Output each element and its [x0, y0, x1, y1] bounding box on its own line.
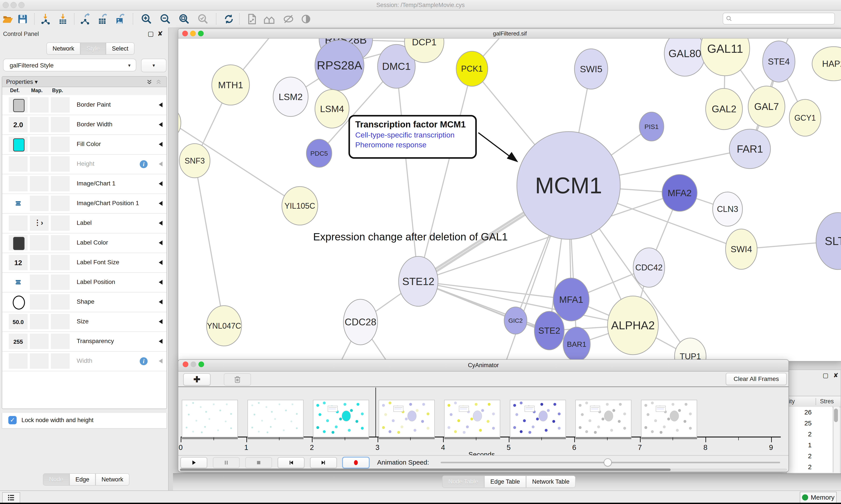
export-table-icon[interactable]	[96, 13, 109, 25]
network-node-STE12[interactable]: STE12	[399, 256, 438, 306]
network-titlebar[interactable]: galFiltered.sif	[178, 29, 841, 38]
network-node-GIC2[interactable]: GIC2	[504, 307, 527, 334]
collapse-caret-icon[interactable]	[159, 300, 162, 304]
network-node-CDC42[interactable]: CDC42	[633, 248, 665, 287]
position-icon[interactable]	[15, 278, 22, 286]
property-row-transparency[interactable]: 255Transparency	[2, 332, 166, 352]
hide-details-icon[interactable]	[282, 13, 295, 25]
info-icon[interactable]: i	[140, 160, 148, 168]
collapse-caret-icon[interactable]	[159, 319, 162, 324]
timeline-hscroll-thumb[interactable]	[180, 469, 670, 471]
position-icon[interactable]	[15, 200, 22, 207]
table-vscroll-thumb[interactable]	[834, 409, 838, 422]
default-swatch[interactable]	[13, 99, 24, 112]
memory-button[interactable]: Memory	[800, 492, 837, 503]
collapse-caret-icon[interactable]	[159, 221, 162, 226]
properties-header[interactable]: Properties ▾	[2, 77, 166, 87]
network-node-GAL7[interactable]: GAL7	[748, 86, 785, 127]
canvas-caption[interactable]: Expression change after deletion of GAL1	[283, 231, 537, 243]
property-row-size[interactable]: 50.0Size	[2, 312, 166, 332]
lock-size-checkbox[interactable]: ✓	[8, 416, 17, 424]
first-frame-button[interactable]	[278, 457, 304, 468]
show-details-icon[interactable]	[300, 13, 312, 25]
network-node-MFA1[interactable]: MFA1	[553, 278, 589, 321]
playhead[interactable]	[375, 388, 376, 437]
table-row[interactable]: 2	[787, 429, 812, 439]
network-node-SLT2[interactable]: SLT2	[816, 213, 841, 270]
network-edge[interactable]	[195, 161, 224, 326]
save-session-icon[interactable]	[16, 13, 29, 25]
record-button[interactable]	[342, 457, 369, 468]
task-list-button[interactable]	[2, 492, 20, 503]
property-row-label-font-size[interactable]: 12Label Font Size	[2, 253, 166, 273]
network-node-MCM1[interactable]: MCM1	[517, 131, 620, 239]
collapse-caret-icon[interactable]	[159, 280, 162, 285]
network-node-ALPHA2[interactable]: ALPHA2	[608, 296, 658, 355]
expand-all-icon[interactable]	[146, 79, 153, 85]
table-row[interactable]: 25	[787, 418, 812, 429]
mapping-icon[interactable]: ⋮›	[34, 218, 43, 227]
stop-button[interactable]	[245, 457, 272, 468]
network-node-GAL11[interactable]: GAL11	[701, 38, 750, 76]
collapse-caret-icon[interactable]	[159, 142, 162, 147]
frame-thumbnail-6[interactable]	[575, 400, 631, 439]
network-canvas[interactable]: RPS28BRPS28ADMC1DCP1PCK1MTH1LSM2LSM4SNF3…	[178, 38, 841, 361]
style-selector[interactable]: galFiltered Style ▾	[3, 59, 136, 71]
network-node-YNL047C[interactable]: YNL047C	[207, 306, 241, 346]
collapse-caret-icon[interactable]	[159, 122, 162, 127]
property-row-label-color[interactable]: Label Color	[2, 233, 166, 253]
frame-thumbnail-1[interactable]	[248, 400, 304, 439]
network-edge[interactable]	[396, 66, 418, 281]
network-node-CLN3[interactable]: CLN3	[713, 192, 742, 226]
property-row-border-paint[interactable]: Border Paint	[2, 95, 166, 115]
play-button[interactable]	[180, 457, 207, 468]
property-row-height[interactable]: Heighti	[2, 155, 166, 174]
property-row-label[interactable]: ⋮›Label	[2, 214, 166, 233]
property-row-border-width[interactable]: 2.0Border Width	[2, 115, 166, 135]
network-node-PDC5[interactable]: PDC5	[306, 139, 332, 167]
info-icon[interactable]: i	[140, 357, 148, 365]
property-row-image-chart-1[interactable]: Image/Chart 1	[2, 174, 166, 194]
property-row-fill-color[interactable]: Fill Color	[2, 135, 166, 155]
tab-edge[interactable]: Edge	[69, 473, 95, 486]
network-node-YIL105C[interactable]: YIL105C	[282, 186, 318, 225]
tab-edge-table[interactable]: Edge Table	[484, 475, 526, 488]
float-panel-icon[interactable]: ▢	[148, 30, 154, 37]
frame-thumbnail-4[interactable]	[444, 400, 500, 439]
import-table-icon[interactable]	[56, 13, 69, 25]
property-row-shape[interactable]: Shape	[2, 292, 166, 312]
default-swatch[interactable]	[13, 237, 24, 250]
collapse-caret-icon[interactable]	[159, 339, 162, 344]
open-session-icon[interactable]	[2, 13, 15, 25]
refresh-view-icon[interactable]	[222, 13, 235, 25]
search-input[interactable]	[723, 13, 835, 24]
tab-network[interactable]: Network	[47, 42, 80, 55]
collapse-caret-icon[interactable]	[159, 359, 162, 363]
frame-thumbnail-7[interactable]	[641, 400, 697, 439]
default-value[interactable]: 12	[9, 259, 28, 267]
table-row[interactable]: 26	[787, 407, 812, 418]
zoom-selected-icon[interactable]	[197, 13, 209, 25]
cyanimator-titlebar[interactable]: CyAnimator	[178, 360, 788, 372]
import-network-icon[interactable]	[39, 13, 52, 25]
collapse-caret-icon[interactable]	[159, 240, 162, 245]
tab-node[interactable]: Node	[43, 473, 69, 486]
collapse-all-icon[interactable]	[156, 79, 162, 85]
network-node-SWI4[interactable]: SWI4	[726, 229, 757, 269]
speed-slider-thumb[interactable]	[604, 458, 612, 466]
network-node-LSM4[interactable]: LSM4	[315, 90, 349, 128]
annotation-link[interactable]: Pheromone response	[355, 141, 470, 149]
table-row[interactable]: 2	[787, 451, 812, 462]
float-table-icon[interactable]: ▢	[823, 372, 828, 379]
home-layouts-icon[interactable]	[263, 13, 275, 25]
network-node-GAL2[interactable]: GAL2	[706, 88, 742, 130]
table-row[interactable]: 2	[787, 462, 812, 472]
document-network-icon[interactable]	[246, 13, 258, 25]
table-rows[interactable]: 26252122222	[787, 407, 832, 472]
frame-thumbnail-0[interactable]	[182, 400, 238, 439]
network-node-CDC28[interactable]: CDC28	[343, 299, 378, 345]
network-node-HAP2[interactable]: HAP2	[812, 47, 841, 81]
network-node-LSM2[interactable]: LSM2	[273, 77, 308, 116]
export-network-icon[interactable]	[79, 13, 92, 25]
network-node-FAR1[interactable]: FAR1	[729, 129, 770, 168]
